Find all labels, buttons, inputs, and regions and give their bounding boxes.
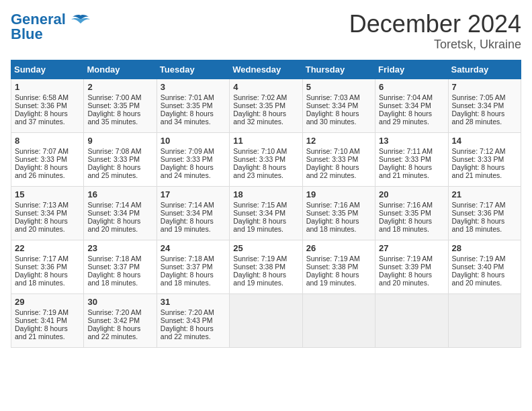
day-number: 7 xyxy=(452,82,517,92)
sunset-text: Sunset: 3:41 PM xyxy=(15,316,67,324)
calendar-cell: 12Sunrise: 7:10 AMSunset: 3:33 PMDayligh… xyxy=(302,132,375,186)
sunrise-text: Sunrise: 7:11 AM xyxy=(379,147,433,155)
daylight-text: Daylight: 8 hours and 19 minutes. xyxy=(233,271,286,287)
sunrise-text: Sunrise: 7:03 AM xyxy=(306,93,360,101)
sunset-text: Sunset: 3:35 PM xyxy=(233,101,285,109)
daylight-text: Daylight: 8 hours and 23 minutes. xyxy=(233,163,286,179)
week-row-3: 15Sunrise: 7:13 AMSunset: 3:34 PMDayligh… xyxy=(11,186,521,240)
sunrise-text: Sunrise: 7:09 AM xyxy=(161,147,214,155)
daylight-text: Daylight: 8 hours and 21 minutes. xyxy=(15,324,68,340)
calendar-cell: 7Sunrise: 7:05 AMSunset: 3:34 PMDaylight… xyxy=(448,79,521,132)
day-header-thursday: Thursday xyxy=(302,60,375,79)
calendar-cell xyxy=(448,293,521,347)
week-row-1: 1Sunrise: 6:58 AMSunset: 3:36 PMDaylight… xyxy=(11,79,521,132)
sunrise-text: Sunrise: 7:16 AM xyxy=(306,201,360,209)
sunrise-text: Sunrise: 7:17 AM xyxy=(15,255,69,263)
calendar-cell: 22Sunrise: 7:17 AMSunset: 3:36 PMDayligh… xyxy=(11,240,84,293)
day-number: 17 xyxy=(161,189,226,199)
daylight-text: Daylight: 8 hours and 30 minutes. xyxy=(306,109,359,126)
sunset-text: Sunset: 3:35 PM xyxy=(87,101,140,109)
sunrise-text: Sunrise: 7:14 AM xyxy=(87,201,141,209)
daylight-text: Daylight: 8 hours and 22 minutes. xyxy=(161,324,214,340)
calendar-cell: 19Sunrise: 7:16 AMSunset: 3:35 PMDayligh… xyxy=(302,186,375,240)
day-number: 20 xyxy=(379,189,444,199)
sunrise-text: Sunrise: 7:00 AM xyxy=(87,93,141,101)
sunrise-text: Sunrise: 7:20 AM xyxy=(87,308,141,316)
sunset-text: Sunset: 3:37 PM xyxy=(87,263,140,271)
sunset-text: Sunset: 3:36 PM xyxy=(15,101,67,109)
sunset-text: Sunset: 3:35 PM xyxy=(379,209,431,217)
sunset-text: Sunset: 3:38 PM xyxy=(233,263,285,271)
sunset-text: Sunset: 3:34 PM xyxy=(379,101,431,109)
week-row-4: 22Sunrise: 7:17 AMSunset: 3:36 PMDayligh… xyxy=(11,240,521,293)
day-number: 27 xyxy=(379,243,444,253)
calendar-cell: 21Sunrise: 7:17 AMSunset: 3:36 PMDayligh… xyxy=(448,186,521,240)
sunset-text: Sunset: 3:39 PM xyxy=(379,263,431,271)
sunset-text: Sunset: 3:34 PM xyxy=(452,101,504,109)
logo-bird-icon xyxy=(71,14,90,26)
sunrise-text: Sunrise: 7:01 AM xyxy=(161,93,214,101)
daylight-text: Daylight: 8 hours and 32 minutes. xyxy=(233,109,286,126)
day-number: 21 xyxy=(452,189,517,199)
sunrise-text: Sunrise: 7:05 AM xyxy=(452,93,506,101)
daylight-text: Daylight: 8 hours and 20 minutes. xyxy=(379,271,432,287)
page-header: General Blue December 2024 Toretsk, Ukra… xyxy=(11,11,521,52)
day-header-wednesday: Wednesday xyxy=(230,60,302,79)
daylight-text: Daylight: 8 hours and 19 minutes. xyxy=(233,217,286,233)
sunset-text: Sunset: 3:34 PM xyxy=(306,101,359,109)
calendar-cell: 16Sunrise: 7:14 AMSunset: 3:34 PMDayligh… xyxy=(84,186,157,240)
calendar-cell: 1Sunrise: 6:58 AMSunset: 3:36 PMDaylight… xyxy=(11,79,84,132)
daylight-text: Daylight: 8 hours and 26 minutes. xyxy=(15,163,68,179)
title-block: December 2024 Toretsk, Ukraine xyxy=(349,11,521,52)
day-header-sunday: Sunday xyxy=(11,60,84,79)
day-header-monday: Monday xyxy=(84,60,157,79)
day-number: 11 xyxy=(233,136,298,146)
week-row-5: 29Sunrise: 7:19 AMSunset: 3:41 PMDayligh… xyxy=(11,293,521,347)
sunset-text: Sunset: 3:33 PM xyxy=(87,155,140,163)
calendar-cell: 31Sunrise: 7:20 AMSunset: 3:43 PMDayligh… xyxy=(157,293,229,347)
sunset-text: Sunset: 3:33 PM xyxy=(379,155,431,163)
day-header-friday: Friday xyxy=(375,60,448,79)
day-number: 23 xyxy=(87,243,152,253)
calendar-title: December 2024 xyxy=(349,11,521,38)
sunrise-text: Sunrise: 7:14 AM xyxy=(161,201,214,209)
sunrise-text: Sunrise: 7:19 AM xyxy=(306,255,360,263)
day-number: 12 xyxy=(306,136,371,146)
day-number: 15 xyxy=(15,189,80,199)
daylight-text: Daylight: 8 hours and 20 minutes. xyxy=(15,217,68,233)
calendar-cell: 3Sunrise: 7:01 AMSunset: 3:35 PMDaylight… xyxy=(157,79,229,132)
day-number: 5 xyxy=(306,82,371,92)
day-number: 28 xyxy=(452,243,517,253)
daylight-text: Daylight: 8 hours and 24 minutes. xyxy=(161,163,214,179)
daylight-text: Daylight: 8 hours and 34 minutes. xyxy=(161,109,214,126)
daylight-text: Daylight: 8 hours and 21 minutes. xyxy=(379,163,432,179)
calendar-cell: 10Sunrise: 7:09 AMSunset: 3:33 PMDayligh… xyxy=(157,132,229,186)
daylight-text: Daylight: 8 hours and 28 minutes. xyxy=(452,109,505,126)
sunrise-text: Sunrise: 7:17 AM xyxy=(452,201,506,209)
sunset-text: Sunset: 3:33 PM xyxy=(452,155,504,163)
sunrise-text: Sunrise: 7:12 AM xyxy=(452,147,506,155)
day-number: 8 xyxy=(15,136,80,146)
calendar-cell: 26Sunrise: 7:19 AMSunset: 3:38 PMDayligh… xyxy=(302,240,375,293)
sunrise-text: Sunrise: 7:04 AM xyxy=(379,93,433,101)
calendar-cell: 13Sunrise: 7:11 AMSunset: 3:33 PMDayligh… xyxy=(375,132,448,186)
calendar-cell: 5Sunrise: 7:03 AMSunset: 3:34 PMDaylight… xyxy=(302,79,375,132)
daylight-text: Daylight: 8 hours and 29 minutes. xyxy=(379,109,432,126)
day-number: 2 xyxy=(87,82,152,92)
calendar-cell: 2Sunrise: 7:00 AMSunset: 3:35 PMDaylight… xyxy=(84,79,157,132)
sunset-text: Sunset: 3:33 PM xyxy=(15,155,67,163)
daylight-text: Daylight: 8 hours and 20 minutes. xyxy=(452,271,505,287)
day-number: 31 xyxy=(161,297,226,307)
day-number: 24 xyxy=(161,243,226,253)
day-number: 14 xyxy=(452,136,517,146)
sunset-text: Sunset: 3:40 PM xyxy=(452,263,504,271)
sunset-text: Sunset: 3:34 PM xyxy=(161,209,213,217)
sunset-text: Sunset: 3:36 PM xyxy=(452,209,504,217)
daylight-text: Daylight: 8 hours and 35 minutes. xyxy=(87,109,140,126)
calendar-cell: 28Sunrise: 7:19 AMSunset: 3:40 PMDayligh… xyxy=(448,240,521,293)
day-number: 30 xyxy=(87,297,152,307)
day-number: 10 xyxy=(161,136,226,146)
sunrise-text: Sunrise: 7:15 AM xyxy=(233,201,287,209)
calendar-cell: 30Sunrise: 7:20 AMSunset: 3:42 PMDayligh… xyxy=(84,293,157,347)
day-header-saturday: Saturday xyxy=(448,60,521,79)
